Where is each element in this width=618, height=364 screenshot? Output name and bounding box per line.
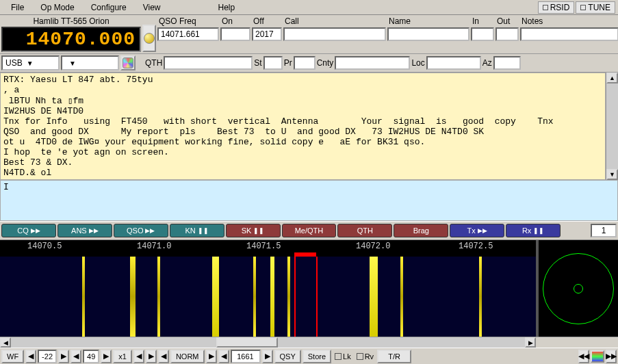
afc-right-icon[interactable]: ▶▶ <box>606 350 617 363</box>
mode-dropdown[interactable]: USB ▼ <box>1 55 60 70</box>
qsofreq-input[interactable] <box>157 27 219 41</box>
signal-trace <box>130 257 136 337</box>
transmit-text[interactable]: I <box>0 180 618 221</box>
sql-indicator-icon[interactable] <box>591 350 604 363</box>
play-icon: ▶▶ <box>478 227 487 234</box>
macro-qso-label: QSO <box>127 226 143 235</box>
qth-input[interactable] <box>164 56 253 70</box>
scope-circle-icon <box>543 253 614 324</box>
scroll-down-icon[interactable]: ▼ <box>606 169 618 180</box>
cnty-label: Cnty <box>317 58 334 68</box>
scroll-left-icon[interactable]: ◀ <box>0 337 11 348</box>
store-button[interactable]: Store <box>302 350 331 363</box>
name-input[interactable] <box>387 27 469 41</box>
off-input[interactable] <box>252 27 282 41</box>
wf-right-icon[interactable]: ▶ <box>58 350 69 363</box>
chevron-down-icon: ▼ <box>69 60 76 67</box>
wf-left2-icon[interactable]: ◀ <box>70 350 81 363</box>
play-icon: ▶▶ <box>145 227 155 234</box>
rsid-label: RSID <box>550 3 570 12</box>
rv-toggle[interactable]: Rv <box>355 352 376 361</box>
menu-view[interactable]: View <box>135 1 169 14</box>
rx-scrollbar[interactable]: ▲ ▼ <box>606 73 618 180</box>
on-input[interactable] <box>220 27 250 41</box>
notes-input[interactable] <box>520 27 618 41</box>
cnty-input[interactable] <box>335 56 410 70</box>
scroll-track[interactable] <box>606 83 618 169</box>
norm-left-icon[interactable]: ◀ <box>158 350 169 363</box>
macro-brag[interactable]: Brag <box>394 224 448 237</box>
macro-qth[interactable]: QTH <box>337 224 392 237</box>
st-label: St <box>254 58 261 68</box>
rsid-button[interactable]: RSID <box>538 1 575 14</box>
waterfall-hscroll[interactable]: ◀ ▶ <box>0 337 618 348</box>
macro-meqth[interactable]: Me/QTH <box>282 224 337 237</box>
notes-label: Notes <box>520 16 618 26</box>
scroll-right-icon[interactable]: ▶ <box>525 337 536 348</box>
call-input[interactable] <box>283 27 386 41</box>
macro-qth-label: QTH <box>357 226 373 235</box>
cursor-freq[interactable]: 1661 <box>231 350 261 363</box>
phase-scope <box>536 240 618 337</box>
scale-tick: 14071.0 <box>137 242 171 251</box>
menu-help[interactable]: Help <box>210 1 244 14</box>
macro-tx[interactable]: Tx▶▶ <box>450 224 504 237</box>
lk-toggle[interactable]: Lk <box>333 352 353 361</box>
vfo-frequency[interactable]: 14070.000 <box>1 27 141 52</box>
scale-tick: 14070.5 <box>27 242 62 251</box>
cursor-left-icon[interactable]: ◀ <box>218 350 229 363</box>
submode-dropdown[interactable]: ▼ <box>61 55 119 70</box>
macro-rx-label: Rx <box>522 226 531 235</box>
pr-input[interactable] <box>294 56 316 70</box>
macro-cq[interactable]: CQ▶▶ <box>1 224 56 237</box>
tune-button[interactable]: TUNE <box>576 1 615 14</box>
waterfall-canvas[interactable] <box>0 257 536 337</box>
hscroll-track[interactable] <box>11 337 525 348</box>
macro-kn[interactable]: KN❚❚ <box>170 224 224 237</box>
menu-file[interactable]: File <box>3 1 32 14</box>
wf-upper-value[interactable]: 49 <box>83 350 99 363</box>
az-input[interactable] <box>493 56 521 70</box>
hscroll-thumb[interactable] <box>216 337 278 348</box>
wf-lower-value[interactable]: -22 <box>38 350 57 363</box>
cursor-right-icon[interactable]: ▶ <box>262 350 273 363</box>
loc-input[interactable] <box>426 56 481 70</box>
scroll-up-icon[interactable]: ▲ <box>606 73 618 83</box>
palette-button[interactable] <box>120 55 136 70</box>
norm-right-icon[interactable]: ▶ <box>206 350 217 363</box>
tr-button[interactable]: T/R <box>377 350 411 363</box>
wf-right2-icon[interactable]: ▶ <box>101 350 112 363</box>
qsy-button[interactable]: QSY <box>274 350 301 363</box>
zoom-right-icon[interactable]: ▶ <box>146 350 157 363</box>
macro-ans[interactable]: ANS▶▶ <box>57 224 112 237</box>
out-input[interactable] <box>495 27 519 41</box>
scope-center-icon <box>574 284 583 294</box>
frequency-scale[interactable]: 14070.5 14071.0 14071.5 14072.0 14072.5 <box>0 240 536 257</box>
waterfall[interactable]: 14070.5 14071.0 14071.5 14072.0 14072.5 <box>0 240 536 337</box>
receive-text[interactable]: RTX: Yaesu LT 847 abt. 75tyu , a lBTU Nh… <box>0 73 606 180</box>
menu-opmode[interactable]: Op Mode <box>32 1 82 14</box>
macro-rx[interactable]: Rx❚❚ <box>506 224 561 237</box>
chevron-down-icon: ▼ <box>27 60 34 67</box>
signal-trace <box>287 257 290 337</box>
in-label: In <box>471 16 494 26</box>
rig-title: Hamlib TT-565 Orion <box>1 16 141 26</box>
norm-button[interactable]: NORM <box>170 350 205 363</box>
wf-left-icon[interactable]: ◀ <box>25 350 36 363</box>
zoom-button[interactable]: x1 <box>113 350 132 363</box>
signal-trace <box>157 257 160 337</box>
st-input[interactable] <box>263 56 283 70</box>
afc-left-icon[interactable]: ◀◀ <box>578 350 589 363</box>
pause-icon: ❚❚ <box>198 227 209 234</box>
menu-configure[interactable]: Configure <box>83 1 135 14</box>
macro-set-number[interactable]: 1 <box>591 224 617 237</box>
macro-sk[interactable]: SK❚❚ <box>226 224 281 237</box>
signal-trace <box>479 257 482 337</box>
lookup-icon[interactable] <box>142 25 156 52</box>
zoom-left-icon[interactable]: ◀ <box>133 350 144 363</box>
macro-qso[interactable]: QSO▶▶ <box>114 224 168 237</box>
wf-mode-button[interactable]: WF <box>1 350 24 363</box>
signal-trace <box>212 257 219 337</box>
in-input[interactable] <box>471 27 494 41</box>
bulb-icon <box>144 33 155 44</box>
